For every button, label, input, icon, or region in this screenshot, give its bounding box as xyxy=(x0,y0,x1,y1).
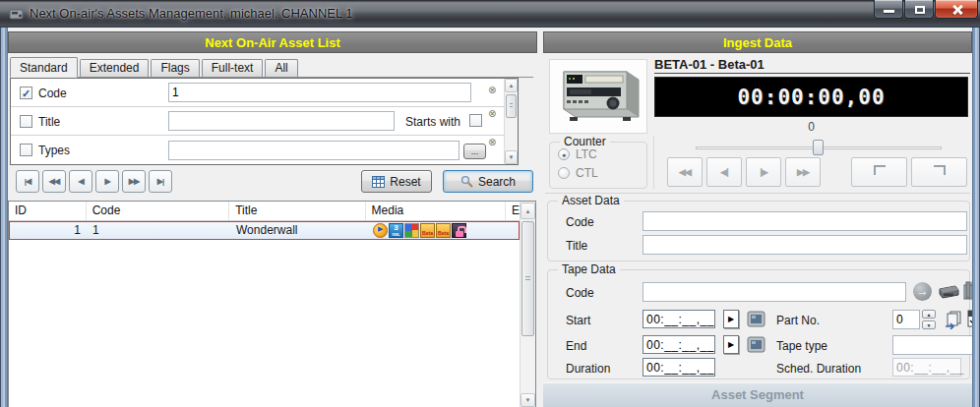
tab-all[interactable]: All xyxy=(265,59,297,77)
filter-scroll-up-icon[interactable]: ▲ xyxy=(505,79,518,92)
tape-type-input[interactable] xyxy=(892,335,972,355)
tape-code-go-button[interactable]: → xyxy=(913,282,932,301)
reset-grid-icon xyxy=(372,176,385,188)
rewind-button[interactable]: ◀◀ xyxy=(667,157,703,187)
tape-code-input[interactable] xyxy=(643,282,906,302)
checklist-icon[interactable] xyxy=(967,310,972,327)
ltc-radio[interactable]: ● xyxy=(558,148,570,160)
part-no-input[interactable] xyxy=(892,310,920,329)
cell-title: Wonderwall xyxy=(230,222,367,239)
window-border-right xyxy=(972,28,980,407)
nav-fast-next-button[interactable]: ▶▶ xyxy=(122,170,146,193)
mark-out-button[interactable] xyxy=(911,157,967,187)
column-header-id[interactable]: ID xyxy=(9,202,87,220)
slider-thumb[interactable] xyxy=(813,140,824,155)
grid-header: ID Code Title Media E xyxy=(9,202,520,221)
duration-label: Duration xyxy=(566,362,610,376)
spinner-up-icon[interactable]: ▲ xyxy=(922,310,936,319)
media-locked-icon xyxy=(452,223,466,238)
media-play-icon xyxy=(373,223,388,238)
nav-fast-prev-button[interactable]: ◀◀ xyxy=(42,170,66,193)
ctl-radio-label: CTL xyxy=(576,166,598,180)
asset-list-header: Next On-Air Asset List xyxy=(8,31,537,53)
types-filter-checkbox[interactable] xyxy=(20,144,32,156)
tab-fulltext[interactable]: Full-text xyxy=(202,59,264,77)
filter-scrollbar[interactable]: ▲ ▼ xyxy=(504,79,518,164)
code-filter-checkbox[interactable]: ✓ xyxy=(20,87,32,99)
minimize-icon xyxy=(884,10,894,13)
duration-timecode-field[interactable]: 00:__:__,__ xyxy=(643,358,715,377)
filter-box: ✓ Code ⊗ Title Starts with ⊗ Ty xyxy=(10,78,519,165)
title-bar[interactable]: Next On-air's Assets Management, michael… xyxy=(0,0,980,28)
nav-prev-button[interactable]: ◀ xyxy=(69,170,92,193)
column-header-title[interactable]: Title xyxy=(229,202,365,220)
filter-row-types: Types ... ⊗ xyxy=(11,136,504,164)
step-back-button[interactable]: ◀| xyxy=(706,157,742,187)
close-button[interactable] xyxy=(935,0,978,19)
start-grab-frame-icon[interactable] xyxy=(747,311,766,327)
end-timecode-field[interactable]: 00:__:__,__ xyxy=(643,335,715,354)
tape-cassette-icon[interactable] xyxy=(938,283,959,300)
nav-last-button[interactable]: ▶| xyxy=(149,170,172,193)
code-filter-input[interactable] xyxy=(168,83,471,102)
grid-scrollbar[interactable]: ▲ ▼ xyxy=(520,202,535,407)
tape-data-label: Tape Data xyxy=(558,262,620,276)
asset-code-input[interactable] xyxy=(643,211,967,231)
types-browse-button[interactable]: ... xyxy=(463,144,486,159)
asset-title-input[interactable] xyxy=(643,235,967,255)
ctl-radio[interactable] xyxy=(558,167,570,179)
types-filter-clear-icon[interactable]: ⊗ xyxy=(488,138,496,147)
column-header-media[interactable]: Media xyxy=(366,202,506,220)
grid-scroll-down-icon[interactable]: ▼ xyxy=(521,393,535,407)
column-header-extra[interactable]: E xyxy=(506,202,520,220)
starts-with-checkbox[interactable] xyxy=(469,114,482,127)
end-grab-frame-icon[interactable] xyxy=(747,336,766,353)
tape-library-icon[interactable] xyxy=(963,281,972,300)
cell-id: 1 xyxy=(10,222,87,239)
reset-button-label: Reset xyxy=(390,175,420,189)
app-window: Next On-air's Assets Management, michael… xyxy=(0,0,980,407)
search-button[interactable]: Search xyxy=(443,170,533,193)
part-no-spinner[interactable]: ▲ ▼ xyxy=(922,310,936,329)
start-label: Start xyxy=(566,314,590,327)
window-title: Next On-air's Assets Management, michael… xyxy=(30,6,353,21)
shuttle-slider[interactable] xyxy=(696,140,942,155)
counter-group-label: Counter xyxy=(560,135,610,148)
cell-code: 1 xyxy=(87,222,230,239)
spinner-down-icon[interactable]: ▼ xyxy=(922,320,936,329)
maximize-button[interactable] xyxy=(904,0,934,19)
beta-tape-icon: Beta xyxy=(420,223,435,238)
vtr-device-image xyxy=(549,59,647,134)
title-filter-clear-icon[interactable]: ⊗ xyxy=(488,109,496,119)
types-filter-input[interactable] xyxy=(168,141,459,160)
start-goto-button[interactable]: ▶ xyxy=(723,310,739,328)
code-filter-clear-icon[interactable]: ⊗ xyxy=(488,86,496,95)
tape-data-group: Tape Data Code → Start 00:__:__,__ ▶ xyxy=(547,269,970,379)
next-part-icon[interactable] xyxy=(944,310,963,329)
column-header-code[interactable]: Code xyxy=(87,202,229,220)
tab-standard[interactable]: Standard xyxy=(10,57,78,78)
tab-flags[interactable]: Flags xyxy=(151,59,199,77)
nav-next-button[interactable]: ▶ xyxy=(95,170,119,193)
mark-in-button[interactable] xyxy=(851,157,907,187)
sched-duration-label: Sched. Duration xyxy=(776,362,861,376)
filter-scrollbar-thumb[interactable] xyxy=(506,94,517,118)
title-filter-input[interactable] xyxy=(168,111,395,131)
start-timecode-field[interactable]: 00:__:__,__ xyxy=(643,310,715,328)
divider xyxy=(653,136,654,189)
tab-extended[interactable]: Extended xyxy=(80,59,150,77)
grid-scrollbar-thumb[interactable] xyxy=(521,221,534,336)
filter-scroll-down-icon[interactable]: ▼ xyxy=(505,150,518,164)
asset-code-label: Code xyxy=(566,215,594,229)
timecode-display: 00:00:00,00 xyxy=(654,77,968,117)
minimize-button[interactable] xyxy=(874,0,903,19)
fast-forward-button[interactable]: ▶▶ xyxy=(785,157,821,187)
title-filter-checkbox[interactable] xyxy=(20,115,32,128)
table-row-selected[interactable]: 1 1 Wonderwall 3XMLBetaBeta xyxy=(9,221,520,240)
grid-scroll-up-icon[interactable]: ▲ xyxy=(521,203,535,219)
end-goto-button[interactable]: ▶ xyxy=(723,335,739,354)
reset-button[interactable]: Reset xyxy=(361,170,432,193)
step-forward-button[interactable]: |▶ xyxy=(746,157,781,187)
nav-first-button[interactable]: |◀ xyxy=(16,170,39,193)
ltc-radio-label: LTC xyxy=(576,147,597,161)
